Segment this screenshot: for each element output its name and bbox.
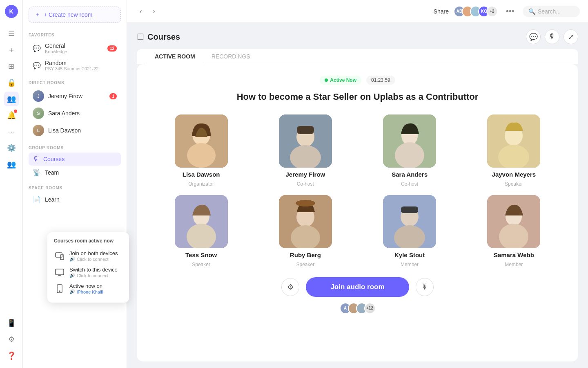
people-icon[interactable]: 👥 (4, 92, 19, 106)
tess-name: Tess Snow (185, 251, 217, 258)
mobile-icon[interactable]: 📱 (4, 316, 19, 330)
plus-icon: ＋ (35, 11, 40, 18)
listeners-avatars: A +12 (340, 303, 376, 314)
tooltip-active-now[interactable]: Active now on 🔊 iPhone Khalil (54, 280, 122, 297)
room-card: Active Now 01:23:59 How to become a Star… (137, 64, 578, 361)
join-both-sub: 🔊 Click to connect (69, 256, 118, 262)
participants-grid: Lisa Dawson Organizator Jeremy Firow Co-… (153, 114, 562, 267)
chat-icon: 💬 (33, 45, 41, 52)
participant-tess: Tess Snow Speaker (153, 195, 249, 267)
svg-rect-13 (297, 126, 314, 134)
apps-icon[interactable]: ⚙️ (4, 141, 19, 155)
back-button[interactable]: ‹ (135, 6, 147, 17)
grid-icon[interactable]: ⊞ (4, 59, 19, 74)
room-controls: ⚙ Join audio room 🎙 (153, 277, 562, 297)
fullscreen-action-btn[interactable]: ⤢ (564, 29, 578, 44)
search-placeholder: Search... (538, 8, 561, 15)
lock-icon[interactable]: 🔒 (4, 75, 19, 90)
participant-jeremy: Jeremy Firow Co-host (257, 114, 353, 187)
lisa-photo (175, 114, 228, 168)
switch-device-icon (54, 267, 65, 278)
dots-icon[interactable]: ⋯ (4, 124, 19, 139)
tooltip-join-both[interactable]: Join on both devices 🔊 Click to connect (54, 248, 122, 264)
sidebar-item-random[interactable]: 💬 Random PSY 345 Summer 2021-22 (29, 57, 121, 74)
compose-icon[interactable]: ＋ (4, 43, 19, 57)
active-dot (325, 79, 328, 82)
samara-role: Member (505, 262, 523, 267)
create-room-button[interactable]: ＋ + Create new room (29, 7, 121, 23)
svg-point-6 (59, 291, 60, 292)
team-room-name: Team (45, 169, 117, 176)
sidebar-item-jeremy[interactable]: J Jeremy Firow 1 (29, 88, 121, 105)
learn-room-name: Learn (45, 196, 117, 203)
jayvon-role: Speaker (505, 181, 523, 187)
jeremy-name: Jeremy Firow (48, 93, 105, 99)
header-avatars: AB KC +2 (454, 6, 498, 17)
lisa-role: Organizator (188, 181, 214, 187)
tooltip-title: Courses room active now (54, 238, 122, 244)
menu-icon[interactable]: ☰ (4, 26, 19, 41)
jayvon-name: Jayvon Meyers (492, 171, 536, 178)
svg-rect-2 (56, 269, 64, 275)
svg-point-26 (296, 200, 315, 206)
panel-room-icon: ☐ (137, 32, 144, 42)
samara-photo (487, 195, 540, 248)
group-rooms-label: GROUP ROOMS (29, 146, 121, 150)
search-icon: 🔍 (528, 8, 535, 15)
group-icon[interactable]: 👥 (4, 157, 19, 172)
settings-icon[interactable]: ⚙ (4, 332, 19, 347)
participant-samara: Samara Webb Member (466, 195, 562, 267)
help-icon[interactable]: ❓ (4, 348, 19, 363)
user-avatar[interactable]: K (5, 5, 18, 18)
room-title: How to become a Star Seller on Uplabs as… (153, 91, 562, 103)
sara-name: Sara Anders (48, 110, 117, 117)
tabs-row: ACTIVE ROOM RECORDINGS (137, 49, 578, 64)
sidebar-item-team[interactable]: 📡 Team (29, 166, 121, 179)
random-room-sub: PSY 345 Summer 2021-22 (45, 66, 117, 71)
sara-role: Co-host (401, 181, 418, 187)
sidebar-item-lisa[interactable]: L Lisa Dawson (29, 122, 121, 139)
tooltip-popup: Courses room active now Join on both dev… (47, 232, 129, 303)
jeremy-badge: 1 (109, 93, 117, 99)
tab-active-room[interactable]: ACTIVE ROOM (147, 49, 203, 65)
ruby-photo (279, 195, 332, 248)
active-now-device: 🔊 iPhone Khalil (69, 289, 103, 294)
tab-recordings[interactable]: RECORDINGS (203, 49, 258, 65)
more-button[interactable]: ••• (503, 5, 518, 18)
direct-rooms-label: DIRECT ROOMS (29, 81, 121, 85)
active-now-title: Active now on (69, 283, 103, 289)
general-badge: 12 (107, 45, 117, 52)
participant-jayvon: Jayvon Meyers Speaker (466, 114, 562, 187)
bell-icon[interactable]: 🔔 (4, 108, 19, 123)
header-avatar-count: +2 (486, 6, 498, 17)
jeremy-name: Jeremy Firow (286, 171, 325, 178)
tess-role: Speaker (192, 262, 210, 267)
general-room-name: General (45, 43, 103, 49)
ruby-role: Speaker (296, 262, 315, 267)
space-rooms-label: SPACE ROOMS (29, 186, 121, 190)
settings-ctrl-btn[interactable]: ⚙ (281, 278, 299, 296)
mic-ctrl-btn[interactable]: 🎙 (416, 278, 434, 296)
search-box[interactable]: 🔍 Search... (523, 6, 580, 17)
sidebar-item-general[interactable]: 💬 General Knowledge 12 (29, 40, 121, 57)
sara-photo (383, 114, 436, 168)
kyle-name: Kyle Stout (394, 251, 425, 258)
sidebar-item-courses[interactable]: 🎙 Courses (29, 153, 121, 166)
tooltip-switch-device[interactable]: Switch to this device 🔊 Click to connect (54, 264, 122, 280)
both-devices-icon (54, 250, 65, 262)
room-panel-header: ☐ Courses 💬 🎙 ⤢ (137, 29, 578, 44)
nav-buttons: ‹ › (135, 6, 160, 17)
doc-icon: 📄 (33, 195, 41, 203)
sidebar-item-sara[interactable]: S Sara Anders (29, 105, 121, 122)
sidebar-item-learn[interactable]: 📄 Learn (29, 193, 121, 206)
svg-rect-30 (401, 206, 418, 213)
general-room-sub: Knowledge (45, 49, 103, 54)
forward-button[interactable]: › (148, 6, 160, 17)
lisa-avatar: L (33, 125, 44, 136)
listeners-row: A +12 (153, 303, 562, 314)
favorites-label: FAVORITES (29, 33, 121, 37)
svg-point-16 (395, 142, 424, 168)
join-audio-button[interactable]: Join audio room (306, 277, 409, 297)
chat-action-btn[interactable]: 💬 (526, 29, 541, 44)
mic-action-btn[interactable]: 🎙 (545, 29, 559, 44)
